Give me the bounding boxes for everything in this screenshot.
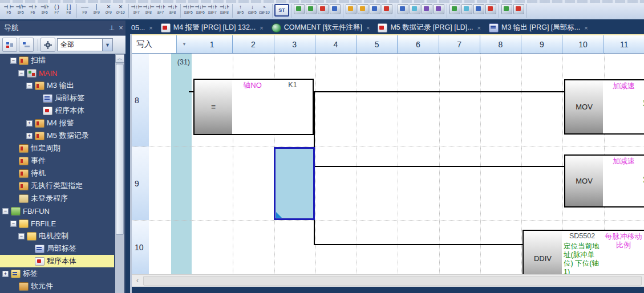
tab-close-icon[interactable]: × (584, 25, 588, 31)
tree-item-程序本体[interactable]: 程序本体 (0, 255, 114, 267)
tab-1[interactable]: 05...× (131, 24, 153, 32)
ddiv-opcode[interactable]: DDIV (524, 231, 562, 274)
collapse-expander-icon[interactable]: − (10, 58, 17, 64)
ladder-symbol-sf8-icon[interactable]: ⊣↓⊢sF8 (143, 4, 155, 15)
tab-3[interactable]: COMMENT [软元件注释]× (272, 23, 370, 32)
ladder-symbol-sf7-icon[interactable]: ⊣↑⊢sF7 (131, 4, 143, 15)
tab-close-icon[interactable]: × (366, 25, 370, 31)
ladder-symbol-f8-icon[interactable]: [ ]F8 (63, 4, 75, 15)
ladder-symbol-saf5-icon[interactable]: ⊣↑⊢saF5 (183, 4, 195, 15)
chevron-down-icon[interactable]: ▼ (102, 39, 112, 51)
pin-icon[interactable]: ⊥ (107, 24, 116, 32)
collapse-expander-icon[interactable]: − (2, 208, 9, 214)
tree-item-M3 输出[interactable]: −M3 输出 (0, 79, 114, 92)
note-edit-icon[interactable] (318, 4, 329, 14)
ladder-symbol-caf10-icon[interactable]: ⌁caF10 (258, 4, 270, 15)
write-mode-indicator[interactable]: 写入 (132, 35, 177, 53)
ladder-symbol-caf5-icon[interactable]: ↓caF5 (246, 4, 258, 15)
scroll-left-icon[interactable]: ‹ (133, 276, 142, 286)
program-check-icon[interactable] (501, 4, 512, 14)
mode-dropdown-icon[interactable]: ▾ (180, 40, 189, 48)
gear-icon[interactable] (40, 38, 55, 52)
tree-item-无执行类型指定[interactable]: 无执行类型指定 (0, 180, 114, 192)
mov-row8-opcode[interactable]: MOV (565, 80, 603, 133)
note-list-icon[interactable] (485, 4, 496, 14)
jump-icon[interactable] (473, 4, 484, 14)
tab-close-icon[interactable]: × (477, 25, 481, 31)
tree-item-恒定周期[interactable]: 恒定周期 (0, 142, 114, 154)
expand-expander-icon[interactable]: + (26, 120, 33, 127)
device-list-icon[interactable] (434, 4, 444, 14)
collapse-expander-icon[interactable]: − (18, 70, 25, 76)
statement-list-icon[interactable] (449, 4, 460, 14)
convert-all-icon[interactable] (358, 4, 368, 14)
device-comment-icon[interactable] (330, 4, 341, 14)
comment-edit-icon[interactable] (294, 4, 305, 14)
scroll-up-icon[interactable]: ︿ (115, 54, 124, 63)
tree-item-未登录程序[interactable]: 未登录程序 (0, 192, 114, 205)
collapse-expander-icon[interactable]: − (10, 221, 17, 227)
tree-item-电机控制[interactable]: −电机控制 (0, 230, 114, 242)
tree-item-局部标签[interactable]: 局部标签 (0, 242, 114, 255)
find-device-icon[interactable] (370, 4, 380, 14)
ddiv-operand2-cell[interactable]: 每脉冲移动比例 (602, 231, 644, 274)
cross-reference-icon[interactable] (422, 4, 432, 14)
tree-item-事件[interactable]: 事件 (0, 154, 114, 167)
expand-expander-icon[interactable]: + (2, 271, 9, 277)
find-replace-icon[interactable] (382, 4, 392, 14)
convert-icon[interactable] (346, 4, 357, 14)
ladder-symbol-saf8-icon[interactable]: ⊣↓⊦saF8 (218, 4, 230, 15)
ddiv-block[interactable]: DDIV SD5502 定位当前地址(脉冲单位) 下位(轴1) 每脉冲移动比例 (523, 230, 644, 274)
collapse-expander-icon[interactable]: − (26, 83, 33, 89)
selected-cell-cursor[interactable] (274, 147, 315, 220)
horizontal-scrollbar-thumb[interactable] (143, 276, 642, 286)
tree-item-程序本体[interactable]: 程序本体 (0, 104, 114, 117)
tab-2[interactable]: M4 报警 [PRG] [LD] 132...× (161, 23, 264, 32)
tree-filter-dropdown[interactable]: 全部 ▼ (57, 38, 113, 51)
watch-register-icon[interactable] (461, 4, 472, 14)
navigation-scrollbar-thumb[interactable] (116, 64, 124, 235)
tree-view-mode-button[interactable] (2, 38, 17, 52)
navigation-scrollbar[interactable]: ︿ (115, 54, 124, 293)
ladder-symbol-saf7-icon[interactable]: ⊣↑⊦saF7 (206, 4, 218, 15)
mov-block-row9[interactable]: MOV 加减速 (564, 154, 644, 207)
device-batch2-icon[interactable] (410, 4, 420, 14)
compare-operator-cell[interactable]: = (195, 80, 232, 134)
horizontal-scrollbar[interactable]: ‹ (132, 274, 644, 287)
tree-item-M5 数据记录[interactable]: +M5 数据记录 (0, 129, 114, 142)
tab-close-icon[interactable]: × (149, 25, 152, 31)
ladder-symbol-cf9-icon[interactable]: ✕cF9 (103, 4, 115, 15)
ladder-symbol-f9-icon[interactable]: ──F9 (79, 4, 91, 15)
compare-instruction-block[interactable]: = 轴NO K1 (193, 79, 314, 135)
ddiv-operand-cell[interactable]: SD5502 定位当前地址(脉冲单位) 下位(轴1) (562, 231, 602, 274)
ladder-symbol-af8-icon[interactable]: ⊣↓⊦aF8 (167, 4, 179, 15)
tree-item-FBFILE[interactable]: −FBFILE (0, 217, 114, 230)
tree-item-待机[interactable]: 待机 (0, 167, 114, 180)
ladder-symbol-cf10-icon[interactable]: ✕cF10 (115, 4, 127, 15)
tab-close-icon[interactable]: × (260, 25, 263, 31)
mov-block-row8[interactable]: MOV 加减速 (564, 79, 644, 135)
collapse-all-button[interactable] (19, 38, 34, 52)
collapse-expander-icon[interactable]: − (18, 233, 25, 239)
tree-item-M4 报警[interactable]: +M4 报警 (0, 117, 114, 129)
compare-operand1-cell[interactable]: 轴NO (232, 80, 273, 134)
mov-row9-operand-cell[interactable]: 加减速 (603, 156, 644, 206)
mov-row8-operand-cell[interactable]: 加减速 (603, 80, 644, 133)
tree-item-FB/FUN[interactable]: −FB/FUN (0, 205, 114, 217)
device-batch-icon[interactable] (398, 4, 408, 14)
mov-row9-opcode[interactable]: MOV (565, 156, 603, 206)
statement-edit-icon[interactable] (306, 4, 317, 14)
close-icon[interactable]: × (116, 24, 125, 32)
ladder-symbol-sf6-icon[interactable]: ⊣/⊦sF6 (39, 4, 51, 15)
tree-item-标签[interactable]: +标签 (0, 267, 114, 280)
tree-item-扫描[interactable]: −扫描 (0, 54, 114, 67)
ladder-symbol-sf5-icon[interactable]: ⊣/⊢sF5 (15, 4, 27, 15)
st-editor-icon[interactable]: ST (274, 4, 289, 17)
ladder-symbol-f6-icon[interactable]: ⊣ ⊦F6 (27, 4, 39, 15)
compare-operand2-cell[interactable]: K1 (273, 80, 313, 134)
ladder-symbol-sf9-icon[interactable]: │sF9 (91, 4, 103, 15)
tree-item-MAIN[interactable]: −MAIN (0, 67, 114, 79)
ladder-symbol-f5-icon[interactable]: ⊣ ⊢F5 (3, 4, 15, 15)
expand-expander-icon[interactable]: + (26, 133, 33, 139)
tree-item-软元件[interactable]: 软元件 (0, 280, 114, 292)
